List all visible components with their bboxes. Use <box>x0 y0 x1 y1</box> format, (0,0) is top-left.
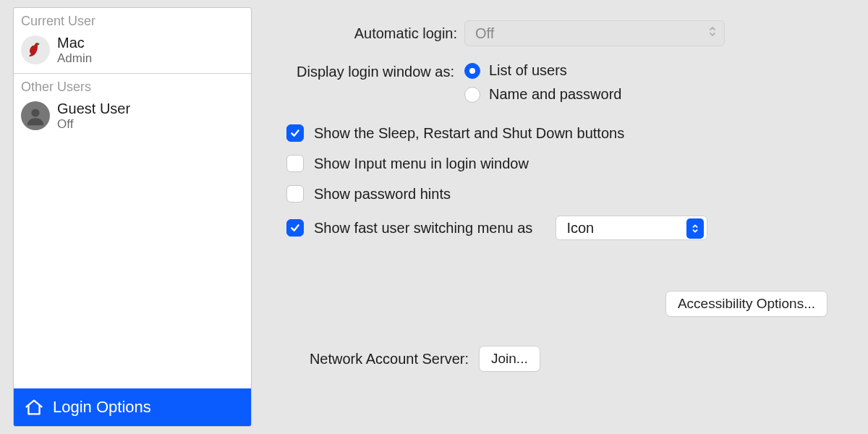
house-icon <box>24 397 44 417</box>
radio-name-and-password[interactable]: Name and password <box>464 86 621 103</box>
automatic-login-label: Automatic login: <box>282 25 464 42</box>
radio-input[interactable] <box>464 63 480 79</box>
user-text: Guest User Off <box>57 101 130 132</box>
sidebar-user-current[interactable]: Mac Admin <box>14 32 251 73</box>
checkbox-input[interactable] <box>286 124 304 142</box>
automatic-login-row: Automatic login: Off <box>282 20 843 46</box>
radio-list-of-users[interactable]: List of users <box>464 62 621 79</box>
sidebar-spacer <box>14 138 251 388</box>
users-sidebar: Current User Mac Admin Other Users <box>13 7 252 427</box>
svg-point-0 <box>31 109 39 116</box>
checkbox-label: Show Input menu in login window <box>314 156 529 172</box>
display-as-label: Display login window as: <box>282 62 464 80</box>
check-icon <box>289 222 301 234</box>
avatar-current-user <box>21 35 50 64</box>
check-icon <box>289 127 301 139</box>
checkbox-list: Show the Sleep, Restart and Shut Down bu… <box>282 124 843 240</box>
updown-chevron-icon <box>708 25 717 42</box>
radio-label: Name and password <box>489 86 621 103</box>
automatic-login-value: Off <box>475 25 494 42</box>
accessibility-row: Accessibility Options... <box>282 291 843 317</box>
other-users-header: Other Users <box>14 74 251 98</box>
checkbox-input[interactable] <box>286 185 304 203</box>
sidebar-user-guest[interactable]: Guest User Off <box>14 98 251 139</box>
fast-user-switching-select[interactable]: Icon <box>556 216 707 240</box>
check-show-sleep-restart[interactable]: Show the Sleep, Restart and Shut Down bu… <box>286 124 843 142</box>
preferences-pane: Current User Mac Admin Other Users <box>0 0 868 434</box>
display-login-window-as: Display login window as: List of users N… <box>282 62 843 103</box>
select-value: Icon <box>566 220 594 237</box>
check-fast-user-switching[interactable]: Show fast user switching menu as Icon <box>286 216 843 240</box>
checkbox-input[interactable] <box>286 155 304 172</box>
radio-input[interactable] <box>464 87 480 103</box>
join-button[interactable]: Join... <box>479 346 540 372</box>
pepper-icon <box>26 41 45 59</box>
accessibility-options-button[interactable]: Accessibility Options... <box>665 291 827 317</box>
current-user-header: Current User <box>14 8 251 32</box>
radio-label: List of users <box>489 62 567 79</box>
automatic-login-select[interactable]: Off <box>464 20 725 46</box>
updown-chevron-icon <box>692 223 699 234</box>
sidebar-item-login-options[interactable]: Login Options <box>14 388 251 426</box>
user-name: Guest User <box>57 101 130 117</box>
silhouette-icon <box>24 104 47 127</box>
check-show-input-menu[interactable]: Show Input menu in login window <box>286 155 843 172</box>
network-account-server-row: Network Account Server: Join... <box>282 346 843 372</box>
radio-options: List of users Name and password <box>464 62 621 103</box>
avatar-guest-user <box>21 101 50 130</box>
checkbox-label: Show password hints <box>314 186 451 203</box>
checkbox-label: Show the Sleep, Restart and Shut Down bu… <box>314 125 624 142</box>
user-status: Off <box>57 117 130 132</box>
checkbox-label: Show fast user switching menu as <box>314 220 532 237</box>
check-show-password-hints[interactable]: Show password hints <box>286 185 843 203</box>
checkbox-input[interactable] <box>286 219 304 237</box>
user-text: Mac Admin <box>57 35 92 66</box>
network-account-server-label: Network Account Server: <box>282 351 479 367</box>
select-chevron-button[interactable] <box>686 218 704 239</box>
login-options-label: Login Options <box>53 398 151 417</box>
user-name: Mac <box>57 35 92 51</box>
user-role: Admin <box>57 51 92 66</box>
login-options-panel: Automatic login: Off Display login windo… <box>252 0 868 434</box>
